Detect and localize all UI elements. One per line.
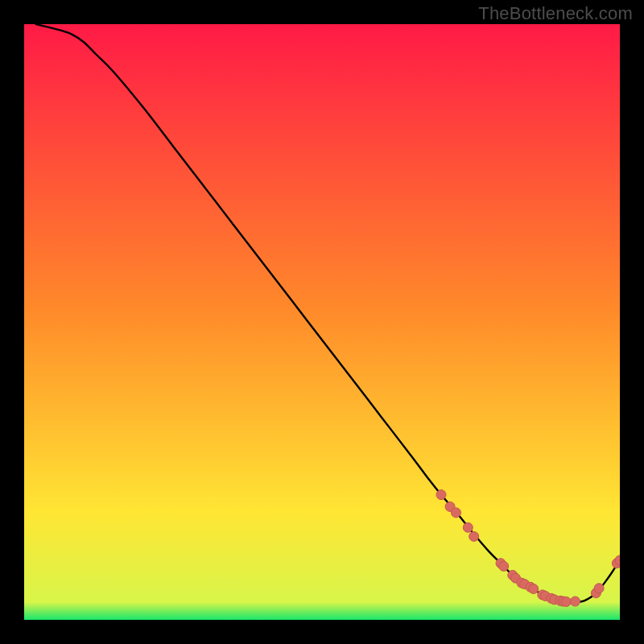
plot-background-gradient [24, 24, 620, 620]
data-marker [499, 561, 509, 571]
data-marker [452, 508, 461, 518]
data-marker [594, 584, 604, 593]
data-marker [463, 522, 473, 532]
chart-container: { "watermark": "TheBottleneck.com", "col… [0, 0, 644, 644]
watermark-text: TheBottleneck.com [478, 3, 633, 24]
data-marker [469, 531, 479, 541]
data-marker [436, 490, 446, 500]
data-marker [571, 597, 580, 606]
bottleneck-chart [24, 24, 620, 620]
data-marker [529, 584, 539, 594]
data-marker [561, 597, 571, 606]
